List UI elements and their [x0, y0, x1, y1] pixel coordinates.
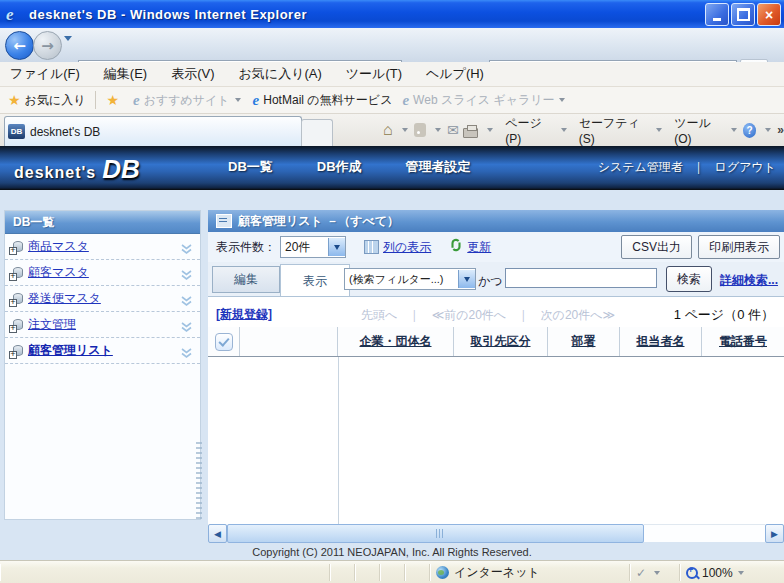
splitter-handle[interactable] — [196, 442, 202, 522]
menu-tools[interactable]: ツール(T) — [346, 65, 402, 83]
history-dropdown-icon[interactable] — [64, 41, 72, 59]
expand-plus-icon[interactable]: + — [9, 325, 17, 333]
chevron-down-icon[interactable] — [181, 293, 192, 311]
protected-mode-pane[interactable]: ✓ — [630, 564, 680, 581]
tools-dropdown-icon[interactable] — [731, 128, 737, 132]
menu-bar: ファイル(F) 編集(E) 表示(V) お気に入り(A) ツール(T) ヘルプ(… — [0, 62, 784, 87]
nav-admin-settings[interactable]: 管理者設定 — [406, 158, 471, 176]
new-tab-button[interactable] — [301, 119, 333, 146]
sidebar-item-label[interactable]: 顧客マスタ — [28, 264, 89, 281]
forward-button[interactable]: → — [33, 31, 62, 60]
advanced-search-link[interactable]: 詳細検索... — [720, 272, 778, 289]
sidebar-item-label[interactable]: 注文管理 — [28, 316, 76, 333]
chevron-down-icon[interactable] — [181, 241, 192, 259]
menu-favorites[interactable]: お気に入り(A) — [239, 65, 322, 83]
column-divider — [338, 357, 339, 525]
menu-help[interactable]: ヘルプ(H) — [426, 65, 484, 83]
chevron-down-icon[interactable] — [181, 319, 192, 337]
chevron-down-icon[interactable] — [181, 267, 192, 285]
safety-menu-button[interactable]: セーフティ(S) — [579, 115, 647, 146]
help-button[interactable]: ? — [743, 123, 756, 138]
column-header-label[interactable]: 担当者名 — [637, 333, 685, 350]
zoom-pane[interactable]: 100% — [680, 564, 784, 581]
menu-file[interactable]: ファイル(F) — [10, 65, 80, 83]
select-all-checkbox[interactable] — [215, 333, 233, 351]
maximize-button[interactable] — [731, 3, 755, 26]
status-pane — [355, 564, 380, 581]
sidebar-item-label[interactable]: 発送便マスタ — [28, 290, 101, 307]
expand-plus-icon[interactable]: + — [9, 247, 17, 255]
sidebar-item-label[interactable]: 商品マスタ — [28, 238, 89, 255]
chevron-down-icon — [235, 98, 241, 102]
hotmail-link[interactable]: HotMail の無料サービス — [263, 92, 392, 109]
nav-db-create[interactable]: DB作成 — [317, 158, 362, 176]
window-controls: × — [705, 3, 781, 26]
filter-keyword-input[interactable] — [505, 268, 657, 288]
pager-separator: ｜ — [517, 308, 529, 322]
web-slice-gallery-button[interactable]: Web スライス ギャラリー — [413, 92, 554, 109]
csv-export-button[interactable]: CSV出力 — [621, 235, 692, 259]
tab-edit[interactable]: 編集 — [212, 266, 280, 293]
refresh-link[interactable]: 更新 — [467, 239, 491, 256]
tab-desknets-db[interactable]: DB desknet's DB — [4, 116, 302, 146]
app-header: desknet's DB DB一覧 DB作成 管理者設定 システム管理者 ｜ ロ… — [0, 146, 784, 190]
new-record-link[interactable]: [新規登録] — [216, 306, 272, 323]
tab-view[interactable]: 表示 — [280, 264, 350, 296]
search-button[interactable]: 検索 — [666, 266, 712, 292]
page-dropdown-icon[interactable] — [561, 128, 567, 132]
column-header: 企業・団体名 — [338, 327, 454, 356]
home-button[interactable]: ⌂ — [383, 121, 393, 139]
tools-menu-button[interactable]: ツール(O) — [674, 115, 722, 146]
display-count-select[interactable]: 20件 — [280, 236, 346, 258]
chevron-down-icon[interactable] — [181, 345, 192, 363]
sidebar-item-customer-master[interactable]: + 顧客マスタ — [5, 260, 200, 286]
print-view-button[interactable]: 印刷用表示 — [698, 235, 780, 259]
favorites-button[interactable]: お気に入り — [25, 92, 86, 109]
scrollbar-track[interactable] — [644, 524, 765, 542]
back-button[interactable]: ← — [5, 31, 34, 60]
rss-dropdown-icon[interactable] — [435, 128, 441, 132]
sidebar-item-order-management[interactable]: + 注文管理 — [5, 312, 200, 338]
nav-db-list[interactable]: DB一覧 — [228, 158, 273, 176]
mail-button[interactable]: ✉ — [447, 122, 459, 138]
show-columns-link[interactable]: 列の表示 — [383, 239, 431, 256]
search-filter-select[interactable]: (検索フィルター...) — [344, 268, 476, 290]
help-dropdown-icon[interactable] — [765, 128, 771, 132]
expand-plus-icon[interactable]: + — [9, 299, 17, 307]
title-bar: e desknet's DB - Windows Internet Explor… — [0, 0, 784, 28]
column-header-label[interactable]: 部署 — [572, 333, 596, 350]
suggested-sites-button[interactable]: おすすめサイト — [144, 92, 230, 109]
zoom-level: 100% — [702, 566, 733, 580]
overflow-chevron-icon[interactable]: » — [777, 123, 784, 137]
column-header-label[interactable]: 企業・団体名 — [360, 333, 432, 350]
sidebar-item-label[interactable]: 顧客管理リスト — [28, 342, 113, 359]
scroll-left-button[interactable]: ◀ — [208, 524, 227, 543]
expand-plus-icon[interactable]: + — [9, 351, 17, 359]
home-dropdown-icon[interactable] — [402, 128, 408, 132]
pager-next: 次の20件へ≫ — [541, 308, 615, 322]
column-header-label[interactable]: 取引先区分 — [471, 333, 531, 350]
add-favorite-icon[interactable]: ★ — [106, 92, 119, 108]
menu-view[interactable]: 表示(V) — [171, 65, 214, 83]
ie-site-icon: e — [402, 92, 409, 109]
sidebar-item-product-master[interactable]: + 商品マスタ — [5, 234, 200, 260]
scroll-right-button[interactable]: ▶ — [765, 524, 784, 543]
expand-plus-icon[interactable]: + — [9, 273, 17, 281]
minimize-button[interactable] — [705, 3, 729, 26]
scrollbar-thumb[interactable] — [227, 524, 644, 543]
status-pane — [330, 564, 355, 581]
menu-edit[interactable]: 編集(E) — [104, 65, 147, 83]
print-button[interactable] — [463, 128, 478, 138]
page-menu-button[interactable]: ページ(P) — [505, 115, 552, 146]
sidebar-item-shipping-master[interactable]: + 発送便マスタ — [5, 286, 200, 312]
main-content: 顧客管理リスト －（すべて） 表示件数： 20件 列の表示 更新 CSV出力 印… — [208, 210, 784, 542]
column-header-label[interactable]: 電話番号 — [719, 333, 767, 350]
sidebar-item-customer-list[interactable]: + 顧客管理リスト — [5, 338, 200, 364]
status-pane — [380, 564, 405, 581]
close-button[interactable]: × — [757, 3, 781, 26]
safety-dropdown-icon[interactable] — [656, 128, 662, 132]
print-dropdown-icon[interactable] — [487, 128, 493, 132]
chevron-down-icon — [559, 98, 565, 102]
rss-feed-icon[interactable] — [414, 123, 426, 137]
logout-button[interactable]: ログアウト — [715, 159, 776, 176]
